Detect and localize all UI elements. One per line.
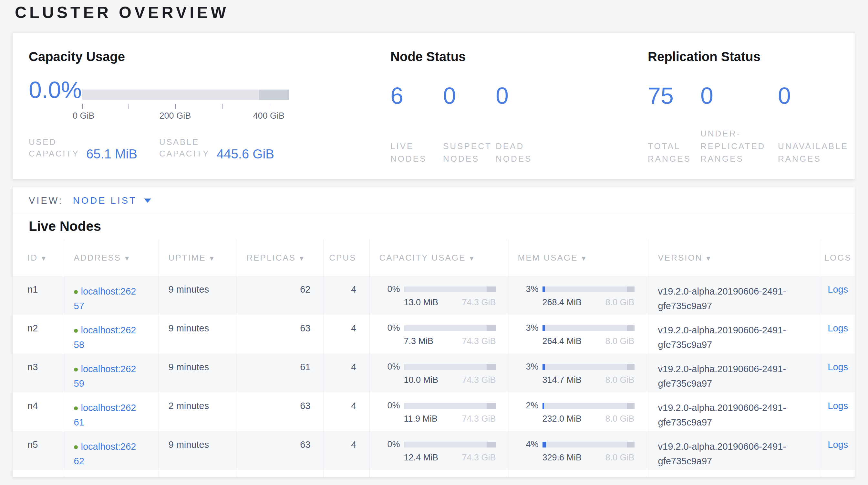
capacity-usage-percent: 0.0% [29,77,82,103]
column-header-capacity-usage[interactable]: CAPACITY USAGE▼ [369,239,508,276]
memory-used-value: 329.6 MiB [542,453,582,463]
node-id: n2 [12,315,64,353]
node-version: v19.2.0-alpha.20190606-2491-gfe735c9a97 [648,353,821,392]
memory-used-value: 232.0 MiB [542,414,582,424]
table-header-row: ID▼ ADDRESS▼ UPTIME▼ REPLICAS▼ CPUS CAPA… [12,239,855,276]
node-address-cell: localhost:26257 [64,276,159,315]
sort-descending-icon: ▼ [40,255,48,262]
node-address-link[interactable]: localhost:26257 [74,286,136,311]
node-capacity-cell: 0% 13.0 MiB74.3 GiB [369,276,508,315]
column-header-replicas[interactable]: REPLICAS▼ [237,239,323,276]
live-status-icon [74,406,78,410]
chevron-down-icon[interactable] [144,199,151,203]
node-replicas: 63 [237,392,323,431]
column-header-mem-usage[interactable]: MEM USAGE▼ [508,239,648,276]
node-logs-cell: Logs [821,392,855,431]
capacity-total-value: 74.3 GiB [462,453,496,463]
suspect-nodes-value: 0 [443,84,496,108]
node-address-link[interactable]: localhost:26262 [74,441,136,466]
memory-total-value: 8.0 GiB [605,453,634,463]
node-address-link[interactable]: localhost:26258 [74,325,136,350]
capacity-used-value: 12.4 MiB [404,453,438,463]
column-header-uptime[interactable]: UPTIME▼ [159,239,237,276]
node-memory-cell: 3% 314.7 MiB8.0 GiB [508,353,648,392]
node-replicas: 63 [237,315,323,353]
node-id: n5 [12,431,64,470]
column-header-id[interactable]: ID▼ [12,239,64,276]
capacity-percent: 0% [379,401,400,411]
memory-total-value: 8.0 GiB [605,414,634,424]
table-row: n2 localhost:26258 9 minutes 63 4 0% 7.3… [12,315,855,353]
total-ranges-stat: 75 TOTAL RANGES [648,84,701,165]
used-capacity-stat: USED CAPACITY 65.1 MiB [29,136,137,160]
axis-tick [175,104,176,109]
used-capacity-label: USED CAPACITY [29,136,79,160]
node-cpus: 4 [323,353,369,392]
node-id: n1 [12,276,64,315]
used-capacity-value: 65.1 MiB [86,147,137,161]
axis-tick [269,104,269,109]
unavailable-ranges-value: 0 [778,84,862,108]
node-id: n3 [12,353,64,392]
dead-nodes-label: DEAD NODES [496,140,548,165]
logs-link[interactable]: Logs [828,362,848,372]
dead-nodes-stat: 0 DEAD NODES [496,84,548,165]
total-ranges-label: TOTAL RANGES [648,140,701,165]
capacity-bar-reserved [487,286,496,292]
memory-bar [542,286,634,292]
sort-descending-icon: ▼ [124,255,131,262]
capacity-total-value: 74.3 GiB [462,336,496,346]
node-address-link[interactable]: localhost:26259 [74,364,136,389]
table-row: n5 localhost:26262 9 minutes 63 4 0% 12.… [12,431,855,470]
view-dropdown[interactable]: NODE LIST [73,195,137,206]
memory-used-value: 264.4 MiB [542,336,582,346]
live-status-icon [74,368,78,372]
usable-capacity-stat: USABLE CAPACITY 445.6 GiB [159,136,274,160]
memory-bar-used [542,403,545,409]
logs-link[interactable]: Logs [828,284,848,294]
live-status-icon [74,329,78,333]
replication-status-title: Replication Status [648,50,761,64]
capacity-bar [404,325,496,331]
capacity-bar [404,403,496,409]
memory-percent: 3% [518,284,538,294]
node-replicas: 61 [237,353,323,392]
capacity-total-value: 74.3 GiB [462,375,496,385]
memory-bar-reserved [627,286,634,292]
memory-bar-used [542,442,546,448]
live-nodes-stat: 6 LIVE NODES [391,84,443,165]
axis-tick [222,104,222,109]
axis-label: 200 GiB [159,111,191,121]
column-header-version[interactable]: VERSION▼ [648,239,821,276]
node-logs-cell: Logs [821,315,855,353]
memory-bar-reserved [627,403,634,409]
usable-capacity-value: 445.6 GiB [217,147,274,161]
memory-percent: 3% [518,323,538,333]
capacity-bar [404,286,496,292]
column-header-cpus[interactable]: CPUS [323,239,369,276]
table-row: n3 localhost:26259 9 minutes 61 4 0% 10.… [12,353,855,392]
unavailable-ranges-stat: 0 UNAVAILABLE RANGES [778,84,862,165]
page-title: CLUSTER OVERVIEW [15,3,229,22]
capacity-percent: 0% [379,323,400,333]
capacity-bar-reserved [487,442,496,448]
capacity-bar [404,442,496,448]
sort-descending-icon: ▼ [580,255,588,262]
column-header-address[interactable]: ADDRESS▼ [64,239,159,276]
memory-bar-used [542,364,546,370]
node-version: v19.2.0-alpha.20190606-2491-gfe735c9a97 [648,392,821,431]
memory-percent: 3% [518,362,538,372]
node-capacity-cell: 0% 12.4 MiB74.3 GiB [369,431,508,470]
capacity-bar-reserved [487,364,496,370]
logs-link[interactable]: Logs [828,439,848,450]
sort-descending-icon: ▼ [705,255,713,262]
axis-tick [128,104,129,109]
logs-link[interactable]: Logs [828,323,848,333]
memory-total-value: 8.0 GiB [605,297,634,308]
column-header-logs: LOGS [821,239,855,276]
node-address-link[interactable]: localhost:26261 [74,403,136,427]
node-address-cell: localhost:26258 [64,315,159,353]
capacity-bar-reserved [487,325,496,331]
logs-link[interactable]: Logs [828,401,848,411]
memory-total-value: 8.0 GiB [605,336,634,346]
